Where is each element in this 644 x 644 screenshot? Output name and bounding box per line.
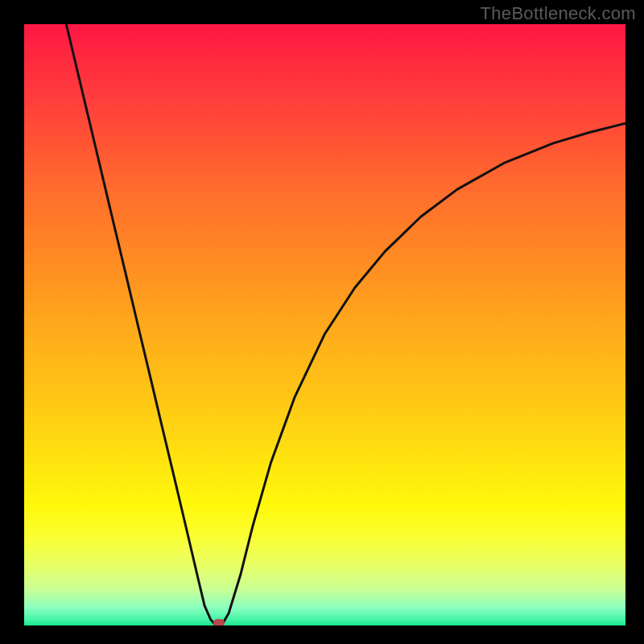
minimum-marker xyxy=(213,619,225,625)
bottleneck-curve xyxy=(66,24,625,625)
watermark-text: TheBottleneck.com xyxy=(481,3,636,24)
plot-area xyxy=(24,24,625,625)
chart-container: TheBottleneck.com xyxy=(0,0,644,644)
curve-svg xyxy=(24,24,625,625)
